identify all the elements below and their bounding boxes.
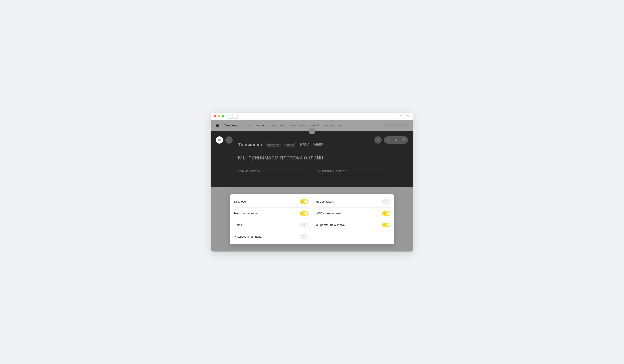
hamburger-menu-button[interactable] <box>216 124 219 127</box>
setting-label: Заголовок <box>234 200 247 203</box>
mir-icon: МИР <box>313 142 323 147</box>
refresh-button[interactable] <box>374 136 382 144</box>
svg-rect-0 <box>407 115 408 117</box>
input-fields-row: Сумма заказа Контактный телефон <box>238 169 386 175</box>
setting-label: Номер заказа <box>316 200 334 203</box>
nav-link-insurance[interactable]: СТРАХОВАНИЕ <box>290 124 307 127</box>
payment-logos-row: Тинькофф MasterCard Maestro VISA МИР <box>238 142 386 147</box>
setting-label: Текст соглашения <box>234 212 258 215</box>
setting-row-header: Заголовок ✓ <box>234 196 308 207</box>
widget-title: Мы принимаем платежи онлайн <box>238 154 386 161</box>
nav-links: БАНК БИЗНЕС ИНВЕСТИЦИИ СТРАХОВАНИЕ МОБАЙ… <box>247 124 343 127</box>
amount-field[interactable]: Сумма заказа <box>238 169 308 175</box>
setting-row-agreement: Текст соглашения ✓ <box>234 207 308 219</box>
nav-link-travel[interactable]: ПУТЕШЕСТВИЯ <box>325 124 343 127</box>
minimize-window-button[interactable] <box>218 115 220 117</box>
nav-link-mobile[interactable]: МОБАЙЛ <box>311 124 321 127</box>
toggle-header[interactable]: ✓ <box>300 199 308 204</box>
browser-titlebar <box>211 113 413 120</box>
setting-row-fixed-price: Фиксированная цена <box>234 231 308 242</box>
settings-col-left: Заголовок ✓ Текст соглашения ✓ E-mail <box>230 196 312 242</box>
add-block-button[interactable] <box>309 128 315 135</box>
toggle-email[interactable] <box>300 223 308 227</box>
phone-field[interactable]: Контактный телефон <box>316 169 386 175</box>
user-account-area[interactable] <box>385 124 408 127</box>
delete-button[interactable] <box>403 138 406 142</box>
settings-col-right: Номер заказа ФИО плательщика ✓ Информаци… <box>312 196 394 242</box>
view-mode-button[interactable] <box>225 136 233 144</box>
settings-panel: Заголовок ✓ Текст соглашения ✓ E-mail <box>230 194 394 244</box>
back-button[interactable] <box>228 114 233 118</box>
left-toolbar <box>216 136 233 144</box>
browser-nav-group <box>227 114 238 119</box>
setting-row-payer-name: ФИО плательщика ✓ <box>316 207 390 219</box>
mastercard-icon: MasterCard <box>265 143 281 146</box>
browser-window: Тинькофф БАНК БИЗНЕС ИНВЕСТИЦИИ СТРАХОВА… <box>211 113 413 251</box>
close-window-button[interactable] <box>214 115 216 117</box>
right-toolbar <box>374 136 408 144</box>
forward-button[interactable] <box>233 114 237 118</box>
duplicate-button[interactable] <box>395 138 397 142</box>
payment-widget-preview: Тинькофф MasterCard Maestro VISA МИР Мы … <box>211 131 413 187</box>
toggle-payer-name[interactable]: ✓ <box>382 211 390 216</box>
setting-row-card-info: Информация о картах ✓ <box>316 219 390 231</box>
editor-stage: Тинькофф MasterCard Maestro VISA МИР Мы … <box>211 131 413 251</box>
action-pill <box>384 136 408 144</box>
share-button[interactable] <box>398 114 403 118</box>
setting-label: Фиксированная цена <box>234 235 261 238</box>
nav-link-business[interactable]: БИЗНЕС <box>257 124 266 127</box>
setting-row-order-number: Номер заказа <box>316 196 390 207</box>
brand-logo: Тинькофф <box>224 124 240 127</box>
setting-label: ФИО плательщика <box>316 212 341 215</box>
maximize-window-button[interactable] <box>222 115 224 117</box>
setting-row-email: E-mail <box>234 219 308 231</box>
svg-rect-11 <box>396 139 397 140</box>
svg-point-5 <box>220 140 220 141</box>
traffic-lights <box>214 115 224 117</box>
toggle-agreement[interactable]: ✓ <box>300 211 308 216</box>
svg-point-3 <box>218 139 219 140</box>
maestro-icon: Maestro <box>284 143 296 146</box>
nav-link-investments[interactable]: ИНВЕСТИЦИИ <box>270 124 286 127</box>
separator <box>400 138 400 142</box>
toggle-card-info[interactable]: ✓ <box>382 223 390 227</box>
phone-placeholder: Контактный телефон <box>316 169 349 173</box>
page-background: Тинькофф БАНК БИЗНЕС ИНВЕСТИЦИИ СТРАХОВА… <box>175 102 449 262</box>
toggle-fixed-price[interactable] <box>300 234 308 239</box>
amount-placeholder: Сумма заказа <box>238 169 260 173</box>
settings-toggle-button[interactable] <box>216 136 223 144</box>
tinkoff-text-logo: Тинькофф <box>238 142 262 147</box>
move-up-button[interactable] <box>387 138 389 142</box>
nav-link-bank[interactable]: БАНК <box>247 124 253 127</box>
setting-label: Информация о картах <box>316 223 345 227</box>
app-body: Тинькофф БАНК БИЗНЕС ИНВЕСТИЦИИ СТРАХОВА… <box>211 120 413 251</box>
tabs-button[interactable] <box>405 114 410 118</box>
visa-icon: VISA <box>300 142 310 147</box>
setting-label: E-mail <box>234 223 242 227</box>
toggle-order-number[interactable] <box>382 199 390 204</box>
